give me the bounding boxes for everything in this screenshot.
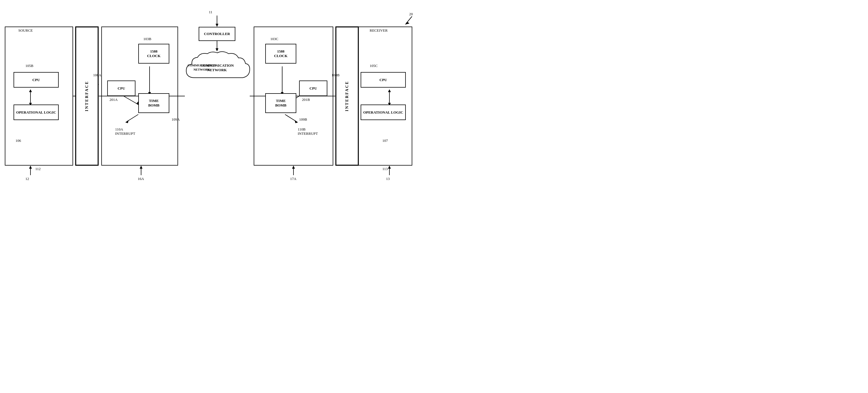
svg-marker-25 [125,120,129,123]
ref-108a: 108A [93,73,101,77]
timebomb-109b-label: TIME BOMB [275,99,286,108]
svg-rect-0 [5,27,73,165]
interface-b-label: INTERFACE [345,81,349,111]
svg-line-20 [124,96,138,105]
op-logic-106-box: OPERATIONAL LOGIC [13,105,59,120]
ref-107: 107 [382,138,388,143]
interface-a-label: INTERFACE [85,81,89,111]
controller-box: CONTROLLER [199,27,235,41]
ref-113: 113 [382,167,388,171]
ref-16a: 16A [138,176,144,181]
timebomb-109a-box: TIME BOMB [138,93,169,113]
ref-interrupt-b: INTERRUPT [298,131,318,136]
ref-interrupt-a: INTERRUPT [115,131,135,136]
timebomb-109b-box: TIME BOMB [265,93,296,113]
cpu-201a-box: CPU [107,81,135,96]
controller-label: CONTROLLER [204,32,230,36]
ref-201a: 201A [110,97,118,102]
clock-103b-box: 1588 CLOCK [138,44,169,63]
svg-line-26 [285,114,296,121]
ref-20: 20 [409,12,413,17]
clock-103c-label: 1588 CLOCK [274,49,287,58]
comm-network-label: COMMUNICATIONNETWORK [182,51,252,85]
ref-11: 11 [209,10,213,15]
ref-103b: 103B [143,37,151,41]
svg-line-42 [406,17,412,23]
ref-105b: 105B [25,63,33,68]
timebomb-109a-label: TIME BOMB [148,99,159,108]
svg-marker-11 [29,89,32,92]
ref-110b-label: 110B [298,127,306,132]
svg-marker-31 [140,166,143,169]
svg-marker-7 [216,24,218,27]
ref-109b: 109B [299,117,307,122]
ref-110a-label: 110A [115,127,123,132]
interface-a-box: INTERFACE [75,27,98,165]
ref-108b: 108B [332,73,339,77]
clock-103c-box: 1588 CLOCK [265,44,296,63]
ref-201b: 201B [302,97,310,102]
svg-marker-43 [405,22,409,25]
ref-103c: 103C [270,37,278,41]
svg-marker-33 [292,166,295,169]
svg-marker-29 [29,166,32,169]
receiver-label: RECEIVER [370,28,388,33]
op-logic-107-label: OPERATIONAL LOGIC [363,110,403,115]
ref-12: 12 [25,176,29,181]
ref-109a: 109A [172,117,180,122]
cpu-105b-box: CPU [13,72,59,88]
interface-b-box: INTERFACE [336,27,359,165]
svg-marker-35 [388,166,391,169]
svg-marker-27 [294,120,298,123]
diagram: SOURCE CPU OPERATIONAL LOGIC INTERFACE 1… [0,0,434,196]
ref-112: 112 [35,167,41,171]
cpu-105c-label: CPU [379,78,387,82]
cpu-201b-box: CPU [299,81,327,96]
source-label: SOURCE [18,28,33,33]
ref-17a: 17A [290,176,296,181]
cpu-201b-label: CPU [310,86,317,91]
svg-line-24 [127,114,138,121]
op-logic-106-label: OPERATIONAL LOGIC [16,110,56,115]
ref-105c: 105C [370,63,378,68]
svg-marker-14 [388,89,391,92]
cpu-201a-label: CPU [118,86,125,91]
cpu-105c-box: CPU [361,72,406,88]
ref-13: 13 [386,176,390,181]
clock-103b-label: 1588 CLOCK [147,49,161,58]
ref-106: 106 [16,138,21,143]
op-logic-107-box: OPERATIONAL LOGIC [361,105,406,120]
cpu-105b-label: CPU [32,78,40,82]
